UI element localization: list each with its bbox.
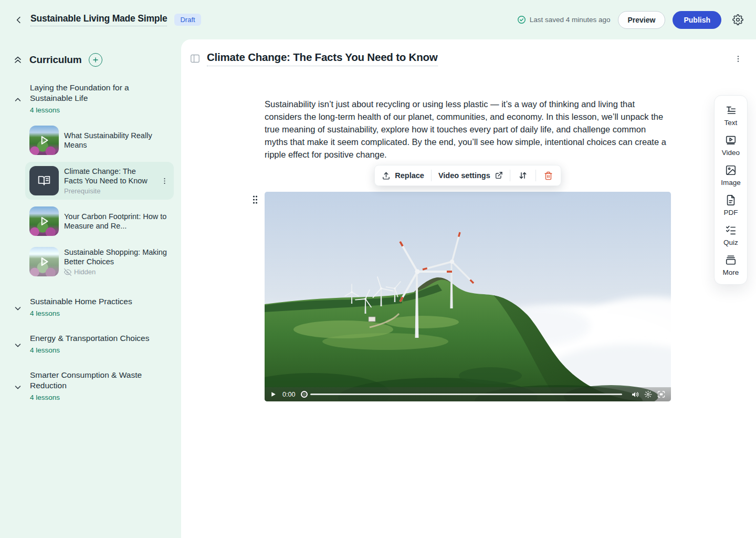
video-player[interactable]: 0:00	[265, 192, 671, 401]
play-icon	[37, 255, 51, 268]
collapse-all-button[interactable]	[13, 55, 23, 65]
pdf-block-icon	[725, 194, 737, 206]
lesson-item-what-sustainability[interactable]: What Sustainability Really Means	[25, 121, 174, 159]
curriculum-section: Sustainable Home Practices 4 lessons	[13, 296, 174, 317]
preview-button[interactable]: Preview	[618, 11, 666, 29]
play-icon	[37, 214, 51, 228]
tool-label: Quiz	[723, 239, 738, 246]
settings-icon	[644, 390, 652, 398]
section-header-home-practices[interactable]: Sustainable Home Practices 4 lessons	[13, 296, 174, 317]
toolbar-divider	[536, 170, 536, 181]
video-thumbnail	[29, 126, 59, 155]
lesson-intro-paragraph[interactable]: Sustainability isn’t just about recyclin…	[265, 98, 671, 161]
sort-arrows-icon	[518, 171, 528, 180]
last-saved-status: Last saved 4 minutes ago	[517, 15, 611, 24]
lesson-page-title[interactable]: Climate Change: The Facts You Need to Kn…	[207, 51, 438, 66]
collapse-all-icon	[13, 55, 23, 65]
add-curriculum-button[interactable]	[89, 53, 102, 67]
add-image-block[interactable]: Image	[721, 164, 741, 187]
settings-button[interactable]	[731, 13, 744, 27]
book-open-icon	[37, 174, 51, 188]
curriculum-section: Smarter Consumption & Waste Reduction 4 …	[13, 370, 174, 401]
tool-label: Text	[724, 119, 738, 127]
kebab-icon	[161, 177, 169, 185]
section-lesson-count: 4 lessons	[30, 394, 174, 401]
video-thumbnail-hidden	[29, 247, 59, 276]
scrubber-handle[interactable]	[301, 391, 308, 398]
curriculum-sidebar: Curriculum Laying the Foundation for a S…	[0, 39, 181, 538]
section-header-smarter-consumption[interactable]: Smarter Consumption & Waste Reduction 4 …	[13, 370, 174, 401]
add-video-block[interactable]: Video	[722, 134, 740, 157]
check-circle-icon	[517, 15, 526, 24]
toolbar-divider	[431, 170, 432, 181]
section-title: Laying the Foundation for a Sustainable …	[30, 82, 174, 104]
replace-video-button[interactable]: Replace	[382, 171, 424, 180]
course-title[interactable]: Sustainable Living Made Simple	[30, 13, 167, 26]
volume-button[interactable]	[631, 390, 639, 399]
tool-label: Image	[721, 179, 741, 187]
video-settings-button[interactable]: Video settings	[438, 171, 503, 180]
upload-icon	[382, 171, 391, 180]
gear-icon	[732, 14, 743, 25]
replace-label: Replace	[395, 171, 424, 180]
toggle-sidebar-button[interactable]	[190, 54, 200, 63]
delete-block-button[interactable]	[543, 171, 554, 180]
add-text-block[interactable]: Text	[724, 105, 738, 127]
more-blocks[interactable]: More	[723, 254, 739, 276]
add-pdf-block[interactable]: PDF	[724, 194, 738, 216]
section-header-foundation[interactable]: Laying the Foundation for a Sustainable …	[13, 82, 174, 114]
status-badge: Draft	[174, 14, 201, 26]
image-block-icon	[725, 164, 737, 176]
video-controls: 0:00	[265, 387, 671, 401]
last-saved-text: Last saved 4 minutes ago	[530, 16, 611, 24]
tool-label: Video	[722, 149, 740, 157]
back-button[interactable]	[13, 14, 25, 26]
section-title: Smarter Consumption & Waste Reduction	[30, 370, 174, 391]
wind-farm-video-still	[265, 192, 671, 401]
play-icon	[270, 391, 277, 398]
block-tools-panel: Text Video Image PDF Quiz More	[714, 95, 748, 285]
fullscreen-button[interactable]	[657, 390, 666, 398]
kebab-icon	[734, 55, 742, 63]
top-header: Sustainable Living Made Simple Draft Las…	[0, 0, 756, 39]
play-button[interactable]	[270, 391, 277, 398]
lesson-title: Climate Change: The Facts You Need to Kn…	[64, 167, 154, 185]
lesson-options-button[interactable]	[732, 53, 744, 65]
current-time: 0:00	[282, 391, 295, 398]
lesson-menu-button[interactable]	[160, 176, 170, 186]
progress-bar[interactable]	[310, 394, 622, 395]
drag-handle-icon[interactable]	[252, 195, 258, 204]
lesson-meta-hidden: Hidden	[64, 268, 170, 276]
reorder-block-button[interactable]	[517, 171, 529, 180]
plus-circle-icon	[92, 56, 99, 64]
video-block-icon	[725, 134, 737, 146]
lesson-title: Sustainable Shopping: Making Better Choi…	[64, 247, 170, 266]
external-link-icon	[495, 171, 503, 180]
section-lesson-count: 4 lessons	[30, 346, 174, 354]
text-block-icon	[725, 105, 737, 116]
publish-button[interactable]: Publish	[673, 11, 721, 29]
layout-panel-icon	[190, 54, 200, 63]
video-thumbnail	[29, 206, 59, 236]
section-title: Sustainable Home Practices	[30, 296, 174, 307]
tool-label: More	[723, 268, 739, 276]
section-lesson-count: 4 lessons	[30, 106, 174, 114]
lesson-item-carbon-footprint[interactable]: Your Carbon Footprint: How to Measure an…	[25, 202, 174, 240]
volume-icon	[631, 390, 639, 399]
lesson-title: What Sustainability Really Means	[64, 131, 170, 150]
chevron-up-icon	[13, 95, 23, 105]
lesson-item-sustainable-shopping[interactable]: Sustainable Shopping: Making Better Choi…	[25, 243, 174, 281]
curriculum-section: Laying the Foundation for a Sustainable …	[13, 82, 174, 281]
eye-off-icon	[64, 268, 71, 276]
video-settings-label: Video settings	[438, 171, 490, 180]
more-blocks-icon	[725, 254, 737, 266]
add-quiz-block[interactable]: Quiz	[723, 224, 738, 246]
video-settings-gear-button[interactable]	[644, 390, 652, 398]
lesson-editor-panel: Climate Change: The Facts You Need to Kn…	[181, 39, 756, 538]
play-icon	[37, 133, 51, 147]
video-block: 0:00	[265, 192, 671, 401]
trash-icon	[544, 171, 553, 180]
section-header-energy-transportation[interactable]: Energy & Transportation Choices 4 lesson…	[13, 333, 174, 354]
lesson-title: Your Carbon Footprint: How to Measure an…	[64, 212, 170, 231]
lesson-item-climate-change[interactable]: Climate Change: The Facts You Need to Kn…	[25, 162, 174, 200]
